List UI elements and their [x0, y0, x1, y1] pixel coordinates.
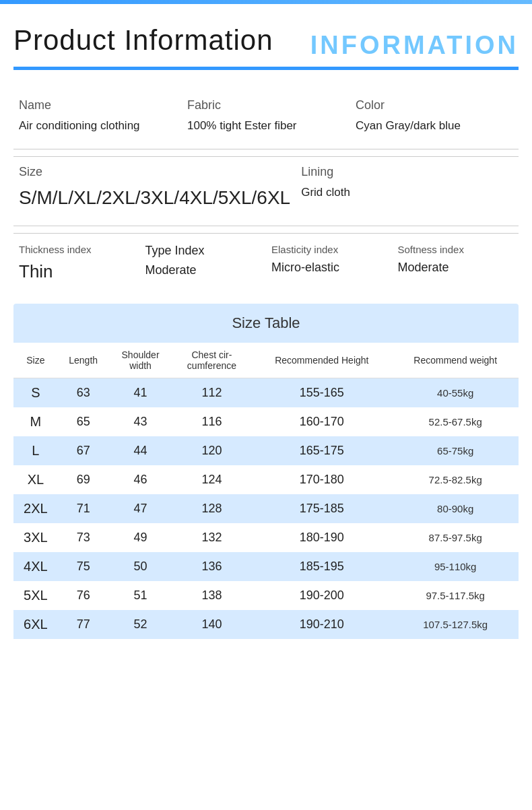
col-length: Length	[58, 343, 109, 378]
size-table: Size Length Shoulderwidth Chest cir-cumf…	[13, 343, 519, 639]
softness-value: Moderate	[398, 259, 514, 276]
color-cell: Color Cyan Gray/dark blue	[350, 90, 519, 142]
table-cell: 67	[58, 436, 109, 465]
elasticity-label: Elasticity index	[271, 244, 387, 255]
fabric-label: Fabric	[187, 98, 345, 112]
watermark-text: INFORMATION	[310, 31, 519, 60]
table-cell: XL	[13, 465, 58, 494]
table-cell: 87.5-97.5kg	[392, 523, 519, 552]
table-cell: 95-110kg	[392, 552, 519, 581]
table-cell: 5XL	[13, 581, 58, 610]
table-cell: 132	[172, 523, 252, 552]
table-row: 4XL7550136185-19595-110kg	[13, 552, 519, 581]
table-cell: 3XL	[13, 523, 58, 552]
table-cell: 160-170	[251, 407, 392, 436]
table-cell: 69	[58, 465, 109, 494]
col-height: Recommended Height	[251, 343, 392, 378]
table-row: 6XL7752140190-210107.5-127.5kg	[13, 610, 519, 639]
table-row: 3XL7349132180-19087.5-97.5kg	[13, 523, 519, 552]
row2-divider	[13, 226, 519, 226]
table-cell: 72.5-82.5kg	[392, 465, 519, 494]
table-cell: 52	[109, 610, 172, 639]
table-cell: 97.5-117.5kg	[392, 581, 519, 610]
table-cell: M	[13, 407, 58, 436]
table-cell: 175-185	[251, 494, 392, 523]
header-section: Product Information INFORMATION	[13, 24, 519, 60]
size-cell: Size S/M/L/XL/2XL/3XL/4XL/5XL/6XL	[13, 157, 296, 219]
table-row: 2XL7147128175-18580-90kg	[13, 494, 519, 523]
size-value: S/M/L/XL/2XL/3XL/4XL/5XL/6XL	[19, 184, 290, 211]
table-row: L6744120165-17565-75kg	[13, 436, 519, 465]
table-cell: 75	[58, 552, 109, 581]
table-cell: 170-180	[251, 465, 392, 494]
thickness-label: Thickness index	[19, 244, 135, 255]
table-row: S6341112155-16540-55kg	[13, 378, 519, 408]
fabric-cell: Fabric 100% tight Ester fiber	[182, 90, 350, 142]
table-cell: 185-195	[251, 552, 392, 581]
elasticity-value: Micro-elastic	[271, 259, 387, 276]
table-cell: 46	[109, 465, 172, 494]
table-cell: 4XL	[13, 552, 58, 581]
size-label: Size	[19, 165, 290, 179]
softness-label: Softness index	[398, 244, 514, 255]
lining-label: Lining	[301, 165, 513, 179]
attributes-row: Thickness index Thin Type Index Moderate…	[13, 233, 519, 290]
table-cell: 65-75kg	[392, 436, 519, 465]
table-row: M6543116160-17052.5-67.5kg	[13, 407, 519, 436]
table-cell: 80-90kg	[392, 494, 519, 523]
table-cell: 63	[58, 378, 109, 408]
table-cell: 73	[58, 523, 109, 552]
table-cell: 112	[172, 378, 252, 408]
table-cell: 124	[172, 465, 252, 494]
table-cell: 76	[58, 581, 109, 610]
name-value: Air conditioning clothing	[19, 118, 176, 134]
table-cell: 136	[172, 552, 252, 581]
table-cell: S	[13, 378, 58, 408]
table-cell: 140	[172, 610, 252, 639]
type-index-cell: Type Index Moderate	[140, 237, 267, 290]
table-cell: 47	[109, 494, 172, 523]
color-value: Cyan Gray/dark blue	[356, 118, 513, 134]
table-cell: 190-210	[251, 610, 392, 639]
info-grid-row2: Size S/M/L/XL/2XL/3XL/4XL/5XL/6XL Lining…	[13, 156, 519, 219]
lining-cell: Lining Grid cloth	[296, 157, 519, 219]
table-cell: 155-165	[251, 378, 392, 408]
table-cell: 43	[109, 407, 172, 436]
table-cell: 6XL	[13, 610, 58, 639]
color-label: Color	[356, 98, 513, 112]
table-cell: 128	[172, 494, 252, 523]
fabric-value: 100% tight Ester fiber	[187, 118, 345, 134]
blue-divider	[13, 67, 519, 70]
col-size: Size	[13, 343, 58, 378]
table-cell: L	[13, 436, 58, 465]
table-cell: 52.5-67.5kg	[392, 407, 519, 436]
thickness-value: Thin	[19, 259, 135, 283]
table-cell: 71	[58, 494, 109, 523]
thickness-cell: Thickness index Thin	[13, 237, 140, 290]
softness-cell: Softness index Moderate	[393, 237, 519, 290]
lining-value: Grid cloth	[301, 184, 513, 201]
page-title: Product Information	[13, 24, 273, 57]
name-cell: Name Air conditioning clothing	[13, 90, 182, 142]
table-header-row: Size Length Shoulderwidth Chest cir-cumf…	[13, 343, 519, 378]
type-index-value: Moderate	[145, 262, 261, 279]
name-label: Name	[19, 98, 176, 112]
table-cell: 165-175	[251, 436, 392, 465]
table-cell: 51	[109, 581, 172, 610]
table-cell: 41	[109, 378, 172, 408]
table-cell: 190-200	[251, 581, 392, 610]
size-table-title: Size Table	[13, 304, 519, 343]
table-cell: 120	[172, 436, 252, 465]
table-cell: 116	[172, 407, 252, 436]
table-cell: 65	[58, 407, 109, 436]
elasticity-cell: Elasticity index Micro-elastic	[266, 237, 393, 290]
size-table-section: Size Table Size Length Shoulderwidth Che…	[13, 304, 519, 639]
row1-divider	[13, 149, 519, 149]
table-row: XL6946124170-18072.5-82.5kg	[13, 465, 519, 494]
col-chest: Chest cir-cumference	[172, 343, 252, 378]
table-cell: 40-55kg	[392, 378, 519, 408]
table-cell: 138	[172, 581, 252, 610]
table-cell: 107.5-127.5kg	[392, 610, 519, 639]
col-shoulder: Shoulderwidth	[109, 343, 172, 378]
table-cell: 2XL	[13, 494, 58, 523]
